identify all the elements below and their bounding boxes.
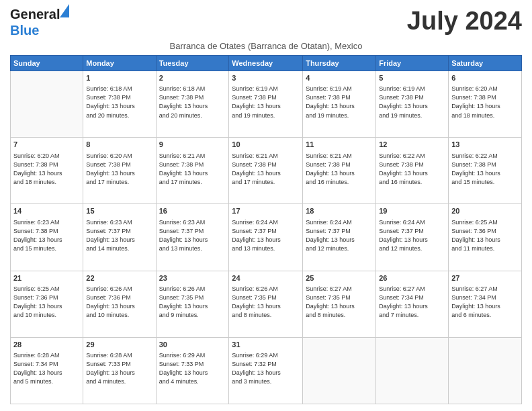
day-info: Sunrise: 6:24 AM Sunset: 7:37 PM Dayligh…	[379, 218, 445, 253]
day-info: Sunrise: 6:25 AM Sunset: 7:36 PM Dayligh…	[451, 218, 519, 253]
day-number: 11	[306, 140, 373, 150]
table-row: 1Sunrise: 6:18 AM Sunset: 7:38 PM Daylig…	[11, 71, 522, 138]
day-number: 21	[13, 273, 80, 283]
list-item: 4Sunrise: 6:19 AM Sunset: 7:38 PM Daylig…	[303, 71, 376, 138]
list-item: 9Sunrise: 6:21 AM Sunset: 7:38 PM Daylig…	[156, 138, 229, 204]
list-item: 24Sunrise: 6:26 AM Sunset: 7:35 PM Dayli…	[229, 271, 303, 337]
day-number: 16	[159, 206, 226, 216]
day-number: 19	[379, 206, 445, 216]
day-number: 7	[13, 140, 80, 150]
day-number: 29	[86, 340, 152, 350]
day-number: 25	[306, 273, 373, 283]
list-item: 21Sunrise: 6:25 AM Sunset: 7:36 PM Dayli…	[11, 271, 83, 337]
list-item: 28Sunrise: 6:28 AM Sunset: 7:34 PM Dayli…	[11, 337, 83, 404]
list-item: 20Sunrise: 6:25 AM Sunset: 7:36 PM Dayli…	[449, 204, 522, 271]
list-item: 19Sunrise: 6:24 AM Sunset: 7:37 PM Dayli…	[376, 204, 449, 271]
list-item: 3Sunrise: 6:19 AM Sunset: 7:38 PM Daylig…	[229, 71, 303, 138]
list-item: 18Sunrise: 6:24 AM Sunset: 7:37 PM Dayli…	[303, 204, 376, 271]
day-info: Sunrise: 6:24 AM Sunset: 7:37 PM Dayligh…	[306, 218, 373, 253]
list-item: 1Sunrise: 6:18 AM Sunset: 7:38 PM Daylig…	[83, 71, 156, 138]
day-number: 5	[379, 73, 445, 83]
day-info: Sunrise: 6:29 AM Sunset: 7:33 PM Dayligh…	[159, 351, 226, 386]
col-sunday: Sunday	[11, 56, 83, 71]
day-number: 17	[232, 206, 300, 216]
day-info: Sunrise: 6:23 AM Sunset: 7:37 PM Dayligh…	[159, 218, 226, 253]
day-number: 8	[86, 140, 152, 150]
day-number: 27	[451, 273, 519, 283]
day-number: 26	[379, 273, 445, 283]
day-info: Sunrise: 6:19 AM Sunset: 7:38 PM Dayligh…	[306, 85, 373, 120]
day-number: 2	[159, 73, 226, 83]
day-info: Sunrise: 6:21 AM Sunset: 7:38 PM Dayligh…	[306, 152, 373, 187]
list-item: 25Sunrise: 6:27 AM Sunset: 7:35 PM Dayli…	[303, 271, 376, 337]
day-number: 1	[86, 73, 152, 83]
day-info: Sunrise: 6:19 AM Sunset: 7:38 PM Dayligh…	[232, 85, 300, 120]
list-item: 2Sunrise: 6:18 AM Sunset: 7:38 PM Daylig…	[156, 71, 229, 138]
day-number: 15	[86, 206, 152, 216]
list-item	[11, 71, 83, 138]
day-number: 14	[13, 206, 80, 216]
day-info: Sunrise: 6:21 AM Sunset: 7:38 PM Dayligh…	[232, 152, 300, 187]
col-friday: Friday	[376, 56, 449, 71]
col-wednesday: Wednesday	[229, 56, 303, 71]
list-item: 15Sunrise: 6:23 AM Sunset: 7:37 PM Dayli…	[83, 204, 156, 271]
header: General Blue July 2024	[10, 7, 522, 38]
day-number: 3	[232, 73, 300, 83]
list-item: 13Sunrise: 6:22 AM Sunset: 7:38 PM Dayli…	[449, 138, 522, 204]
day-info: Sunrise: 6:18 AM Sunset: 7:38 PM Dayligh…	[86, 85, 152, 120]
day-number: 28	[13, 340, 80, 350]
list-item: 29Sunrise: 6:28 AM Sunset: 7:33 PM Dayli…	[83, 337, 156, 404]
list-item: 16Sunrise: 6:23 AM Sunset: 7:37 PM Dayli…	[156, 204, 229, 271]
day-info: Sunrise: 6:29 AM Sunset: 7:32 PM Dayligh…	[232, 351, 300, 386]
list-item: 14Sunrise: 6:23 AM Sunset: 7:38 PM Dayli…	[11, 204, 83, 271]
day-info: Sunrise: 6:26 AM Sunset: 7:36 PM Dayligh…	[86, 285, 152, 320]
list-item: 22Sunrise: 6:26 AM Sunset: 7:36 PM Dayli…	[83, 271, 156, 337]
day-info: Sunrise: 6:20 AM Sunset: 7:38 PM Dayligh…	[13, 152, 80, 187]
header-row: Sunday Monday Tuesday Wednesday Thursday…	[11, 56, 522, 71]
list-item: 17Sunrise: 6:24 AM Sunset: 7:37 PM Dayli…	[229, 204, 303, 271]
day-info: Sunrise: 6:28 AM Sunset: 7:34 PM Dayligh…	[13, 351, 80, 386]
day-info: Sunrise: 6:21 AM Sunset: 7:38 PM Dayligh…	[159, 152, 226, 187]
list-item: 31Sunrise: 6:29 AM Sunset: 7:32 PM Dayli…	[229, 337, 303, 404]
day-info: Sunrise: 6:22 AM Sunset: 7:38 PM Dayligh…	[451, 152, 519, 187]
col-saturday: Saturday	[449, 56, 522, 71]
day-info: Sunrise: 6:23 AM Sunset: 7:38 PM Dayligh…	[13, 218, 80, 253]
list-item	[449, 337, 522, 404]
day-info: Sunrise: 6:23 AM Sunset: 7:37 PM Dayligh…	[86, 218, 152, 253]
day-info: Sunrise: 6:26 AM Sunset: 7:35 PM Dayligh…	[159, 285, 226, 320]
col-thursday: Thursday	[303, 56, 376, 71]
day-info: Sunrise: 6:27 AM Sunset: 7:34 PM Dayligh…	[451, 285, 519, 320]
list-item: 11Sunrise: 6:21 AM Sunset: 7:38 PM Dayli…	[303, 138, 376, 204]
day-info: Sunrise: 6:22 AM Sunset: 7:38 PM Dayligh…	[379, 152, 445, 187]
col-tuesday: Tuesday	[156, 56, 229, 71]
logo-general: General	[10, 7, 60, 21]
list-item: 30Sunrise: 6:29 AM Sunset: 7:33 PM Dayli…	[156, 337, 229, 404]
list-item: 8Sunrise: 6:20 AM Sunset: 7:38 PM Daylig…	[83, 138, 156, 204]
list-item: 12Sunrise: 6:22 AM Sunset: 7:38 PM Dayli…	[376, 138, 449, 204]
table-row: 21Sunrise: 6:25 AM Sunset: 7:36 PM Dayli…	[11, 271, 522, 337]
day-info: Sunrise: 6:20 AM Sunset: 7:38 PM Dayligh…	[451, 85, 519, 120]
col-monday: Monday	[83, 56, 156, 71]
logo: General Blue	[10, 7, 60, 38]
list-item: 5Sunrise: 6:19 AM Sunset: 7:38 PM Daylig…	[376, 71, 449, 138]
day-number: 30	[159, 340, 226, 350]
title-section: July 2024	[407, 7, 522, 36]
day-info: Sunrise: 6:19 AM Sunset: 7:38 PM Dayligh…	[379, 85, 445, 120]
day-number: 13	[451, 140, 519, 150]
table-row: 7Sunrise: 6:20 AM Sunset: 7:38 PM Daylig…	[11, 138, 522, 204]
day-number: 9	[159, 140, 226, 150]
day-info: Sunrise: 6:18 AM Sunset: 7:38 PM Dayligh…	[159, 85, 226, 120]
day-number: 4	[306, 73, 373, 83]
list-item: 26Sunrise: 6:27 AM Sunset: 7:34 PM Dayli…	[376, 271, 449, 337]
list-item: 7Sunrise: 6:20 AM Sunset: 7:38 PM Daylig…	[11, 138, 83, 204]
list-item: 10Sunrise: 6:21 AM Sunset: 7:38 PM Dayli…	[229, 138, 303, 204]
location-title: Barranca de Otates (Barranca de Otatan),…	[10, 41, 522, 51]
list-item	[303, 337, 376, 404]
table-row: 28Sunrise: 6:28 AM Sunset: 7:34 PM Dayli…	[11, 337, 522, 404]
day-number: 22	[86, 273, 152, 283]
day-number: 12	[379, 140, 445, 150]
list-item: 6Sunrise: 6:20 AM Sunset: 7:38 PM Daylig…	[449, 71, 522, 138]
day-number: 10	[232, 140, 300, 150]
day-info: Sunrise: 6:20 AM Sunset: 7:38 PM Dayligh…	[86, 152, 152, 187]
calendar-table: Sunday Monday Tuesday Wednesday Thursday…	[10, 55, 522, 404]
